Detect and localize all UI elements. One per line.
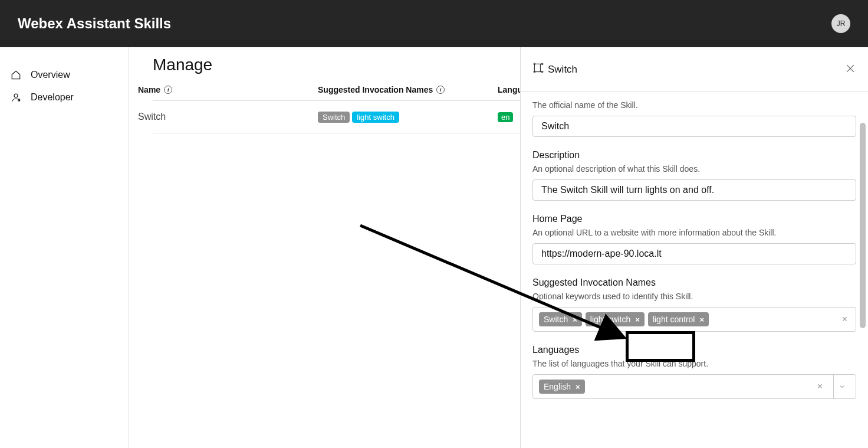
sidebar-item-label: Developer [31, 92, 74, 103]
tag-remove-icon[interactable]: × [699, 315, 704, 324]
homepage-help: An optional URL to a website with more i… [532, 228, 856, 237]
drawer-title: Switch [532, 62, 577, 77]
row-name-cell: Switch [138, 112, 318, 123]
app-container: Overview Developer Manage Name i Suggest… [0, 47, 868, 448]
scrollbar-track [855, 47, 868, 448]
invocation-chip: light switch [352, 112, 399, 123]
languages-label: Languages [532, 345, 856, 355]
clear-tags-icon[interactable]: × [840, 314, 850, 325]
header: Webex Assistant Skills JR [0, 0, 868, 47]
home-icon [11, 70, 21, 80]
languages-field[interactable]: English × × [532, 374, 856, 399]
language-tag: English × [539, 380, 585, 394]
tag-remove-icon[interactable]: × [635, 315, 640, 324]
info-icon[interactable]: i [436, 86, 445, 94]
tag-remove-icon[interactable]: × [576, 382, 580, 391]
tag-remove-icon[interactable]: × [573, 315, 577, 324]
invocation-chip: Switch [318, 112, 350, 123]
invocations-label: Suggested Invocation Names [532, 277, 856, 288]
invocations-field[interactable]: Switch × light switch × light control × … [532, 307, 856, 332]
app-title: Webex Assistant Skills [18, 15, 171, 32]
sidebar-item-developer[interactable]: Developer [11, 86, 129, 109]
description-label: Description [532, 150, 856, 161]
main-content: Manage Name i Suggested Invocation Names… [129, 47, 868, 448]
sidebar-item-overview[interactable]: Overview [11, 64, 129, 86]
sidebar: Overview Developer [0, 47, 129, 448]
row-invocations-cell: Switch light switch [318, 112, 498, 123]
col-header-name: Name [138, 85, 160, 94]
col-header-invocations: Suggested Invocation Names [318, 85, 433, 94]
chevron-down-icon[interactable] [833, 375, 850, 398]
col-header-languages: Langu [498, 85, 522, 94]
homepage-input[interactable] [532, 243, 856, 264]
tag-label: light control [653, 315, 695, 324]
invocation-tag: light control × [648, 312, 709, 326]
drawer-body: The official name of the Skill. Descript… [521, 92, 868, 448]
drawer-header: Switch [521, 47, 868, 92]
tag-label: light switch [590, 315, 630, 324]
skill-icon [532, 62, 544, 77]
name-help: The official name of the Skill. [532, 100, 856, 110]
description-help: An optional description of what this Ski… [532, 164, 856, 174]
user-icon [11, 92, 21, 103]
invocation-tag: light switch × [586, 312, 645, 326]
invocations-help: Optional keywords used to identify this … [532, 292, 856, 301]
description-input[interactable] [532, 179, 856, 201]
svg-point-0 [14, 94, 18, 97]
clear-tags-icon[interactable]: × [815, 381, 825, 392]
tag-label: Switch [544, 315, 568, 324]
name-input[interactable] [532, 116, 856, 137]
scrollbar-thumb[interactable] [860, 123, 866, 328]
tag-label: English [544, 382, 571, 391]
homepage-label: Home Page [532, 214, 856, 224]
close-button[interactable] [844, 63, 856, 77]
avatar[interactable]: JR [831, 14, 850, 33]
invocation-tag: Switch × [539, 312, 582, 326]
drawer-title-text: Switch [548, 64, 577, 76]
lang-badge: en [498, 112, 513, 122]
info-icon[interactable]: i [164, 86, 172, 94]
skill-drawer: Switch The official name of the Skill. D… [520, 47, 868, 448]
languages-help: The list of languages that your Skill ca… [532, 359, 856, 368]
sidebar-item-label: Overview [31, 70, 70, 80]
